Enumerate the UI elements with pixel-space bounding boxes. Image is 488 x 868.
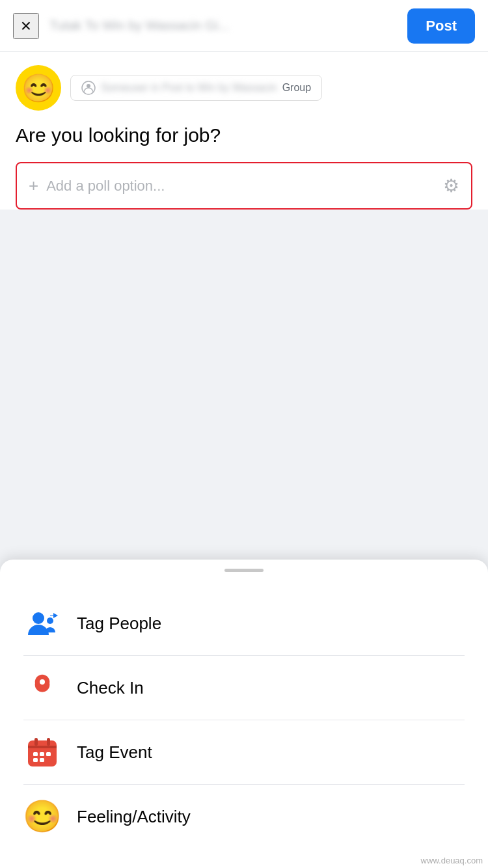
close-icon: × — [21, 16, 31, 36]
svg-rect-14 — [46, 752, 51, 756]
svg-rect-16 — [40, 758, 44, 762]
svg-point-1 — [87, 84, 90, 88]
svg-point-7 — [40, 679, 45, 685]
user-row: 😊 Someuser in Post to Win by Wassacin Gr… — [16, 65, 472, 111]
sheet-handle — [224, 569, 264, 572]
audience-icon — [81, 81, 96, 95]
post-button[interactable]: Post — [407, 8, 475, 44]
feeling-item[interactable]: 😊 Feeling/Activity — [0, 785, 488, 848]
main-content: 😊 Someuser in Post to Win by Wassacin Gr… — [0, 52, 488, 210]
check-in-item[interactable]: Check In — [0, 656, 488, 720]
svg-rect-9 — [28, 746, 57, 748]
svg-rect-13 — [40, 752, 44, 756]
poll-placeholder: Add a poll option... — [46, 178, 443, 195]
audience-label: Group — [282, 82, 311, 94]
svg-rect-12 — [33, 752, 38, 756]
svg-rect-10 — [34, 738, 38, 746]
svg-point-2 — [33, 612, 44, 624]
tag-people-icon — [23, 604, 61, 642]
audience-selector[interactable]: Someuser in Post to Win by Wassacin Grou… — [70, 75, 322, 101]
top-bar: × Tutak To Win by Wassacin Gi... Post — [0, 0, 488, 52]
svg-marker-4 — [50, 613, 58, 618]
svg-point-3 — [47, 617, 53, 624]
tag-event-icon-container — [23, 733, 61, 771]
question-text: Are you looking for job? — [16, 122, 472, 148]
check-in-label: Check In — [77, 678, 144, 698]
close-button[interactable]: × — [13, 13, 39, 39]
svg-rect-15 — [33, 758, 38, 762]
svg-rect-11 — [47, 738, 50, 746]
poll-input-container[interactable]: + Add a poll option... ⚙ — [16, 162, 472, 210]
gear-icon[interactable]: ⚙ — [443, 175, 459, 197]
feeling-label: Feeling/Activity — [77, 807, 191, 827]
post-title: Tutak To Win by Wassacin Gi... — [49, 18, 397, 33]
tag-people-label: Tag People — [77, 614, 161, 634]
avatar: 😊 — [16, 65, 61, 111]
audience-name: Someuser in Post to Win by Wassacin — [101, 82, 277, 94]
avatar-emoji: 😊 — [21, 72, 55, 104]
tag-event-item[interactable]: Tag Event — [0, 720, 488, 784]
poll-plus-icon: + — [29, 176, 38, 196]
feeling-icon: 😊 — [23, 798, 61, 835]
bottom-sheet: Tag People Check In — [0, 560, 488, 868]
tag-people-item[interactable]: Tag People — [0, 591, 488, 655]
check-in-icon — [23, 669, 61, 707]
tag-event-label: Tag Event — [77, 742, 152, 763]
watermark: www.deuaq.com — [421, 856, 483, 865]
